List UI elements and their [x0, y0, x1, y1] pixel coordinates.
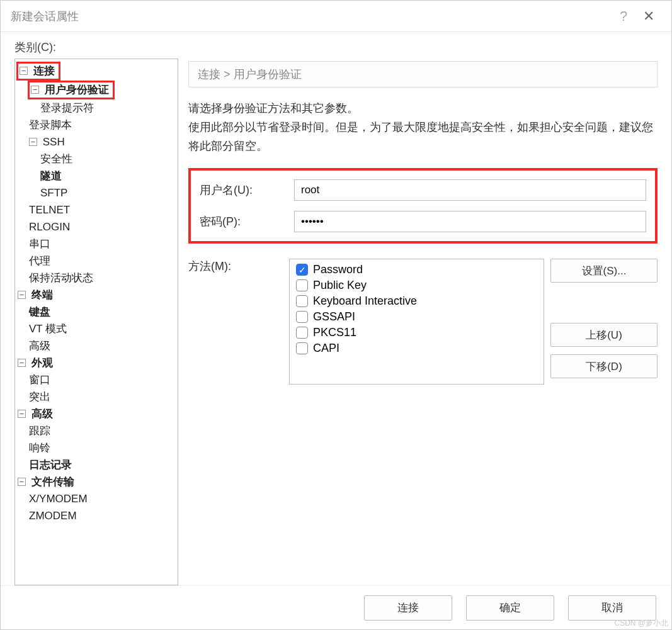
- tree-xymodem[interactable]: X/YMODEM: [29, 493, 88, 505]
- tree-keep-alive[interactable]: 保持活动状态: [29, 272, 93, 284]
- category-tree[interactable]: − 连接 − 用户身份验证 登录提示符: [14, 59, 178, 585]
- category-label: 类别(C):: [14, 40, 658, 55]
- tree-security[interactable]: 安全性: [40, 153, 72, 165]
- method-item[interactable]: Public Key: [296, 279, 537, 292]
- method-list[interactable]: ✓PasswordPublic KeyKeyboard InteractiveG…: [289, 259, 544, 385]
- expander-icon[interactable]: −: [18, 478, 26, 486]
- tree-bell[interactable]: 响铃: [29, 442, 50, 454]
- tree-ssh[interactable]: SSH: [43, 136, 65, 148]
- expander-icon[interactable]: −: [18, 359, 26, 367]
- checkbox-icon[interactable]: [296, 342, 308, 354]
- help-icon[interactable]: ?: [611, 8, 636, 25]
- setup-button[interactable]: 设置(S)...: [550, 259, 658, 283]
- breadcrumb: 连接 > 用户身份验证: [188, 61, 658, 87]
- tree-advanced[interactable]: 高级: [31, 408, 53, 420]
- desc-line2: 使用此部分以节省登录时间。但是，为了最大限度地提高安全性，如果担心安全问题，建议…: [188, 118, 658, 155]
- username-label: 用户名(U):: [200, 183, 294, 198]
- method-item[interactable]: Keyboard Interactive: [296, 295, 537, 308]
- tree-highlight-connection: − 连接: [16, 62, 60, 81]
- tree-tunnel[interactable]: 隧道: [40, 170, 62, 182]
- move-buttons: 上移(U) 下移(D): [550, 323, 658, 378]
- dialog-footer: 连接 确定 取消: [1, 585, 671, 629]
- tree-trace[interactable]: 跟踪: [29, 425, 50, 437]
- tree-highlight-app[interactable]: 突出: [29, 391, 50, 403]
- method-item-label: GSSAPI: [313, 310, 355, 323]
- tree-log[interactable]: 日志记录: [29, 459, 72, 471]
- method-item-label: Keyboard Interactive: [313, 295, 417, 308]
- checkbox-icon[interactable]: [296, 327, 308, 339]
- username-input[interactable]: [294, 179, 646, 201]
- method-item[interactable]: CAPI: [296, 342, 537, 355]
- method-item-label: CAPI: [313, 342, 339, 355]
- tree-highlight-userauth: − 用户身份验证: [28, 81, 115, 99]
- tree-sftp[interactable]: SFTP: [40, 187, 67, 199]
- move-down-button[interactable]: 下移(D): [550, 354, 658, 378]
- method-label: 方法(M):: [188, 259, 283, 274]
- checkbox-icon[interactable]: ✓: [296, 264, 308, 276]
- method-item[interactable]: GSSAPI: [296, 310, 537, 323]
- description: 请选择身份验证方法和其它参数。 使用此部分以节省登录时间。但是，为了最大限度地提…: [188, 99, 658, 155]
- checkbox-icon[interactable]: [296, 311, 308, 323]
- tree-file-transfer[interactable]: 文件传输: [31, 476, 74, 488]
- method-item-label: PKCS11: [313, 326, 356, 339]
- method-item[interactable]: ✓Password: [296, 263, 537, 276]
- tree-serial[interactable]: 串口: [29, 238, 50, 250]
- password-input[interactable]: [294, 211, 646, 232]
- method-item[interactable]: PKCS11: [296, 326, 537, 339]
- watermark: CSDN @萝小北: [614, 618, 668, 629]
- tree-proxy[interactable]: 代理: [29, 255, 50, 267]
- tree-terminal[interactable]: 终端: [31, 289, 53, 301]
- tree-user-auth[interactable]: 用户身份验证: [45, 84, 109, 96]
- expander-icon[interactable]: −: [29, 138, 37, 146]
- titlebar: 新建会话属性 ? ✕: [1, 1, 671, 32]
- desc-line1: 请选择身份验证方法和其它参数。: [188, 99, 658, 118]
- dialog-title: 新建会话属性: [11, 9, 611, 24]
- move-up-button[interactable]: 上移(U): [550, 323, 658, 347]
- credentials-section: 用户名(U): 密码(P):: [188, 168, 658, 244]
- tree-zmodem[interactable]: ZMODEM: [29, 510, 77, 522]
- ok-button[interactable]: 确定: [466, 595, 554, 621]
- tree-vt-mode[interactable]: VT 模式: [29, 323, 67, 335]
- checkbox-icon[interactable]: [296, 279, 308, 291]
- dialog-body: 类别(C): − 连接 − 用户身份验证: [1, 32, 671, 585]
- method-item-label: Public Key: [313, 279, 367, 292]
- expander-icon[interactable]: −: [20, 67, 28, 75]
- tree-advanced-term[interactable]: 高级: [29, 340, 50, 352]
- method-row: 方法(M): ✓PasswordPublic KeyKeyboard Inter…: [188, 259, 658, 385]
- cancel-button[interactable]: 取消: [568, 595, 656, 621]
- checkbox-icon[interactable]: [296, 295, 308, 307]
- connect-button[interactable]: 连接: [364, 595, 452, 621]
- session-properties-dialog: 新建会话属性 ? ✕ 类别(C): − 连接 −: [0, 0, 672, 630]
- method-buttons: 设置(S)... 上移(U) 下移(D): [550, 259, 658, 378]
- tree-rlogin[interactable]: RLOGIN: [29, 221, 70, 233]
- tree-connection[interactable]: 连接: [33, 65, 55, 77]
- tree-keyboard[interactable]: 键盘: [29, 306, 50, 318]
- method-item-label: Password: [313, 263, 363, 276]
- expander-icon[interactable]: −: [31, 86, 39, 94]
- right-panel: 连接 > 用户身份验证 请选择身份验证方法和其它参数。 使用此部分以节省登录时间…: [188, 59, 658, 585]
- expander-icon[interactable]: −: [18, 291, 26, 299]
- tree-login-prompt[interactable]: 登录提示符: [40, 102, 94, 114]
- tree-appearance[interactable]: 外观: [31, 357, 53, 369]
- tree-login-script[interactable]: 登录脚本: [29, 119, 72, 131]
- tree-window[interactable]: 窗口: [29, 374, 50, 386]
- tree-telnet[interactable]: TELNET: [29, 204, 70, 216]
- main-row: − 连接 − 用户身份验证 登录提示符: [14, 59, 658, 585]
- close-icon[interactable]: ✕: [636, 8, 661, 25]
- expander-icon[interactable]: −: [18, 410, 26, 418]
- password-label: 密码(P):: [200, 214, 294, 229]
